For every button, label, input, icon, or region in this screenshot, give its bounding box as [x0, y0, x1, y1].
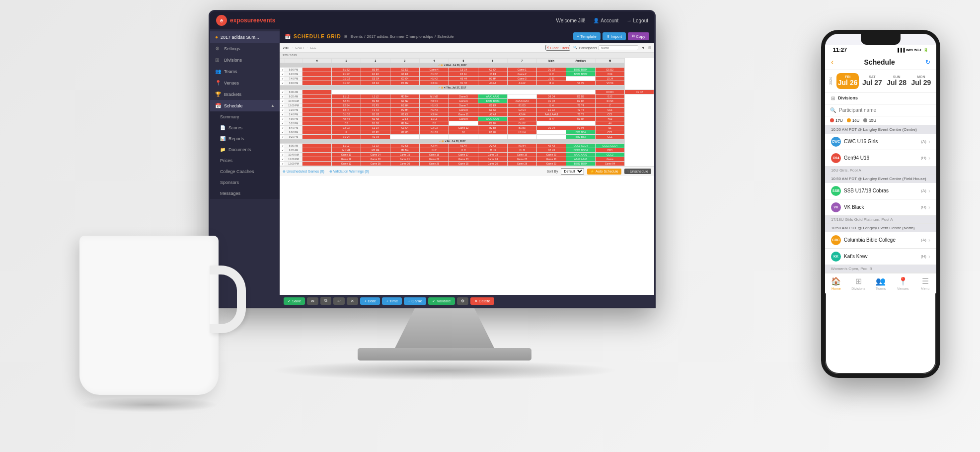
game-cell: Game 28: [508, 162, 537, 166]
game-cell: B3 B4: [361, 68, 390, 72]
game-item-gen94[interactable]: G94 Gen94 U16 (H) ›: [825, 150, 936, 167]
submenu-prices[interactable]: Prices: [210, 155, 280, 166]
game-cell: Game 25: [508, 157, 537, 162]
import-button[interactable]: ⬇ Import: [603, 32, 626, 40]
sidebar-item-settings[interactable]: ⚙ Settings: [210, 43, 280, 54]
col-1: 1: [332, 59, 361, 63]
redo-button[interactable]: ✕: [347, 297, 358, 305]
submenu-summary[interactable]: Summary: [210, 111, 280, 122]
x-icon: ✕: [546, 46, 549, 50]
template-button[interactable]: + Template: [573, 32, 601, 40]
bottom-toolbar: ✓ Save ✉ ⧉ ↩ ✕: [280, 295, 654, 307]
delete-button[interactable]: ✕ Delete: [470, 297, 494, 305]
phone-tab-teams[interactable]: 👥 Teams: [870, 276, 892, 290]
add-date-button[interactable]: + Date: [360, 297, 380, 305]
back-button[interactable]: ‹: [831, 58, 833, 67]
phone-tab-home[interactable]: 🏠 Home: [825, 276, 847, 290]
logout-link[interactable]: → Logout: [626, 18, 648, 23]
submenu-sponsors[interactable]: Sponsors: [210, 177, 280, 188]
add-game-button[interactable]: + Game: [404, 297, 426, 305]
date-tab-fri[interactable]: FRI Jul 26: [836, 73, 859, 89]
sidebar-item-schedule[interactable]: 📅 Schedule ▲: [210, 100, 280, 111]
game-cell: Game 6: [449, 99, 478, 103]
game-cell: AAA2 AAA3: [566, 157, 596, 162]
dot-16u: [847, 118, 851, 122]
table-row: ✓ 8:00 AM L1 L2 L1 L3 K2 K3 K2 K4 A1 A4 …: [280, 144, 654, 148]
breadcrumb-events: Events: [351, 34, 363, 39]
phone-search-input[interactable]: [839, 107, 931, 113]
auto-schedule-button[interactable]: ⚡ Auto Schedule: [587, 169, 621, 175]
game-cell: D3 D4: [596, 90, 625, 94]
schedule-grid-container[interactable]: 790 ← CASH ← LEG ✕ Clear Filters: [280, 43, 654, 295]
game-cell: D1 D2: [625, 90, 654, 94]
unschedule-button[interactable]: ↑ Unschedule: [624, 169, 651, 174]
team-logo-cwc: CWC: [831, 137, 841, 147]
game-cell: [508, 94, 537, 99]
copy-toolbar-icon: ⧉: [324, 298, 327, 303]
game-item-ssb[interactable]: SSB SSB U17/18 Cobras (A) ›: [825, 183, 936, 199]
game-cell: N1 N2: [390, 99, 420, 103]
row-check: ✓: [280, 153, 285, 157]
sort-by-select[interactable]: Default: [561, 168, 584, 175]
email-button[interactable]: ✉: [307, 297, 318, 305]
submenu-college-coaches[interactable]: College Coaches: [210, 166, 280, 177]
date-tab-sun[interactable]: SUN Jul 28: [886, 73, 908, 89]
game-cell: E1 E2: [361, 72, 390, 77]
game-item-kats[interactable]: KK Kat's Krew (H) ›: [825, 249, 936, 265]
col-2: 2: [361, 59, 390, 63]
game-cell: P2 P3: [566, 126, 596, 130]
filter-icon[interactable]: ▼: [641, 46, 645, 50]
game-cell: [302, 77, 332, 81]
game-cell: [508, 135, 537, 139]
refresh-button[interactable]: ↻: [925, 59, 930, 66]
page-header: 📅 SCHEDULE GRID ⊞ Events / 2017 adidas S…: [280, 29, 654, 43]
add-time-button[interactable]: + Time: [382, 297, 402, 305]
date-tab-sat[interactable]: SAT Jul 27: [861, 73, 883, 89]
grid-top-bar: 790 ← CASH ← LEG ✕ Clear Filters: [280, 43, 654, 53]
game-item-vk[interactable]: VK VK Black (H) ›: [825, 199, 936, 216]
submenu-documents[interactable]: 📁 Documents: [210, 144, 280, 155]
phone-tab-divisions[interactable]: ⊞ Divisions: [847, 276, 870, 290]
game-cell: GGG1 GGG4: [596, 144, 625, 148]
day-header-fri: ✓ ⊞ ✕ Fri. Jul 28, 2017: [280, 139, 654, 144]
undo-button[interactable]: ↩: [333, 297, 345, 305]
sidebar-item-brackets[interactable]: 🏆 Brackets: [210, 89, 280, 100]
game-cell: A4: [596, 121, 625, 126]
name-search-input[interactable]: [599, 45, 638, 50]
phone-tab-menu[interactable]: ☰ Menu: [914, 276, 936, 290]
menu-tab-icon: ☰: [922, 276, 929, 286]
game-cell: T2 T4: [566, 108, 596, 112]
account-link[interactable]: 👤 Account: [593, 18, 618, 23]
settings-toolbar-button[interactable]: ⚙: [457, 297, 468, 305]
layout-icon[interactable]: ⊟: [648, 46, 651, 50]
monitor-shadow: [271, 361, 618, 380]
submenu-reports[interactable]: 📊 Reports: [210, 133, 280, 144]
unscheduled-games-btn[interactable]: ⊕ Unscheduled Games (0): [283, 170, 324, 174]
game-cell: DDD1 DDD4: [566, 148, 596, 153]
game-cell: H1 H2: [449, 81, 478, 86]
validate-button[interactable]: ✓ Validate: [428, 297, 455, 305]
game-cell: [302, 121, 332, 126]
validation-warnings-btn[interactable]: ⊕ Validation Warnings (0): [329, 170, 369, 174]
submenu-messages[interactable]: Messages: [210, 188, 280, 199]
copy-button[interactable]: ⧉ Copy: [628, 32, 649, 40]
clear-filters-button[interactable]: ✕ Clear Filters: [545, 45, 570, 51]
game-cell: Game 12: [332, 162, 361, 166]
sidebar-item-teams[interactable]: 👥 Teams: [210, 66, 280, 77]
game-cell: Z: [596, 103, 625, 108]
submenu-scores[interactable]: 📄 Scores: [210, 122, 280, 133]
game-cell: Game 93: [537, 162, 566, 166]
chevron-right-gen94: ›: [928, 155, 930, 162]
welcome-text: Welcome Jill!: [556, 18, 586, 23]
game-item-cwc[interactable]: CWC CWC U16 Girls (A) ›: [825, 134, 936, 150]
sidebar-item-venues[interactable]: 📍 Venues: [210, 77, 280, 89]
phone-tab-venues[interactable]: 📍 Venues: [892, 276, 914, 290]
copy-toolbar-button[interactable]: ⧉: [320, 297, 331, 305]
game-cell: H12: [596, 117, 625, 121]
date-tab-mon[interactable]: MON Jul 29: [910, 73, 932, 89]
save-button[interactable]: ✓ Save: [284, 297, 305, 305]
sidebar-item-divisions[interactable]: ⊞ Divisions: [210, 54, 280, 66]
game-cell: I3 I4: [596, 72, 625, 77]
game-item-cbc[interactable]: CBC Columbia Bible College (A) ›: [825, 232, 936, 249]
game-cell: [302, 90, 332, 94]
